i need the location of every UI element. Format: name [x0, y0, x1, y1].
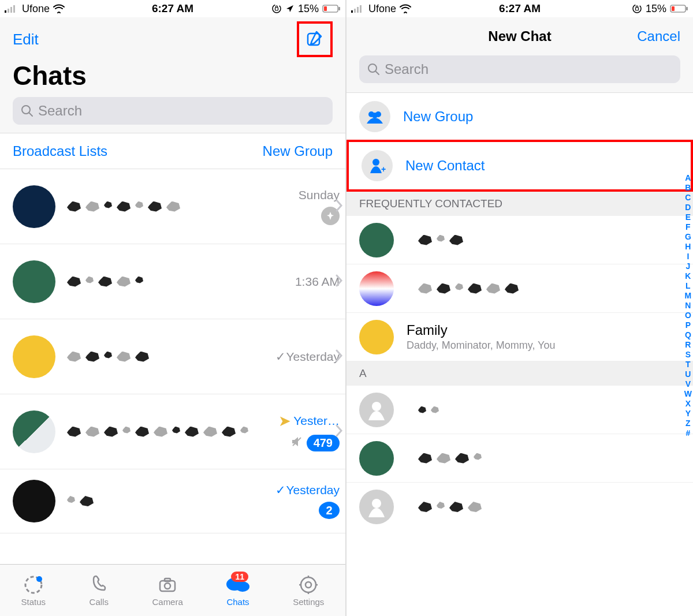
- tab-chats[interactable]: 11 Chats: [225, 574, 251, 607]
- contact-row[interactable]: [346, 216, 693, 264]
- chat-time: ✓Yesterday: [275, 483, 340, 497]
- alpha-index-letter[interactable]: P: [685, 320, 691, 330]
- battery-pct: 15%: [646, 3, 666, 15]
- new-group-row[interactable]: New Group: [346, 93, 693, 141]
- chats-screen: Ufone 6:27 AM 15% Edit: [0, 0, 346, 616]
- svg-rect-15: [160, 581, 175, 591]
- alpha-index-letter[interactable]: B: [685, 183, 691, 192]
- time-label: 6:27 AM: [152, 2, 193, 15]
- contact-row[interactable]: [346, 264, 693, 313]
- orientation-lock-icon: [271, 3, 282, 14]
- cancel-button[interactable]: Cancel: [637, 28, 680, 44]
- tab-calls[interactable]: Calls: [88, 574, 110, 607]
- location-arrow-icon: [285, 4, 295, 13]
- chat-time: Sunday: [299, 188, 340, 202]
- alpha-index-letter[interactable]: W: [684, 389, 692, 398]
- section-frequently-contacted: FREQUENTLY CONTACTED: [346, 192, 693, 216]
- edit-button[interactable]: Edit: [13, 31, 39, 48]
- tab-settings[interactable]: Settings: [293, 574, 324, 607]
- svg-point-21: [305, 582, 311, 588]
- alpha-index-letter[interactable]: V: [685, 379, 691, 389]
- chat-row[interactable]: ✓Yesterday: [0, 319, 345, 394]
- contact-row-family[interactable]: Family Daddy, Mominator, Mommy, You: [346, 313, 693, 361]
- alpha-index-letter[interactable]: Y: [685, 409, 691, 418]
- new-chat-screen: Ufone 6:27 AM 15% New Chat Cancel Search: [346, 0, 693, 616]
- alpha-index-letter[interactable]: G: [685, 232, 691, 241]
- alpha-index-letter[interactable]: U: [685, 369, 691, 379]
- tab-label: Settings: [293, 597, 324, 607]
- alpha-index-letter[interactable]: C: [685, 193, 691, 202]
- compose-icon[interactable]: [305, 28, 325, 50]
- svg-point-40: [372, 159, 379, 166]
- alpha-index-letter[interactable]: E: [685, 212, 691, 222]
- alpha-index-letter[interactable]: K: [685, 271, 691, 281]
- alpha-index-letter[interactable]: L: [685, 281, 691, 290]
- chat-list: Sunday 1:36 AM ✓Yesterday: [0, 169, 345, 533]
- svg-rect-1: [8, 9, 9, 13]
- group-icon: [359, 101, 390, 132]
- contact-name: Family: [407, 322, 555, 338]
- alpha-index-letter[interactable]: T: [685, 360, 691, 369]
- tab-label: Camera: [152, 597, 182, 607]
- status-bar-left: Ufone 6:27 AM 15%: [0, 0, 345, 17]
- alpha-index-letter[interactable]: A: [685, 173, 691, 182]
- alpha-index-letter[interactable]: S: [685, 350, 691, 359]
- sent-arrow-icon: ➤: [278, 412, 291, 430]
- wifi-icon: [53, 4, 65, 13]
- chevron-right-icon: [335, 424, 343, 440]
- new-contact-row[interactable]: + New Contact: [346, 140, 693, 192]
- alpha-index-letter[interactable]: Q: [685, 330, 691, 339]
- alpha-index[interactable]: ABCDEFGHIJKLMNOPQRSTUVWXYZ#: [684, 173, 692, 438]
- alpha-index-letter[interactable]: J: [685, 262, 690, 271]
- chat-row[interactable]: 1:36 AM: [0, 244, 345, 319]
- contact-row[interactable]: [346, 434, 693, 483]
- alpha-index-letter[interactable]: F: [685, 222, 691, 232]
- compose-highlight-box: [297, 21, 333, 57]
- svg-rect-2: [10, 7, 12, 13]
- alpha-index-letter[interactable]: R: [685, 340, 691, 349]
- search-icon: [367, 63, 380, 76]
- alpha-index-letter[interactable]: I: [687, 252, 689, 261]
- chevron-right-icon: [335, 349, 343, 365]
- contact-row[interactable]: [346, 386, 693, 434]
- alpha-index-letter[interactable]: D: [685, 203, 691, 212]
- avatar-placeholder-icon: [359, 490, 394, 524]
- svg-rect-3: [13, 5, 15, 13]
- avatar: [13, 260, 55, 303]
- contact-row[interactable]: [346, 483, 693, 531]
- chat-row[interactable]: ✓Yesterday 2: [0, 469, 345, 533]
- search-placeholder: Search: [385, 61, 429, 77]
- alpha-index-letter[interactable]: M: [685, 291, 692, 300]
- tab-status[interactable]: Status: [21, 574, 46, 607]
- alpha-index-letter[interactable]: H: [685, 242, 691, 251]
- chat-row[interactable]: ➤ Yester… 479: [0, 394, 345, 469]
- search-input[interactable]: Search: [359, 55, 680, 83]
- alpha-index-letter[interactable]: X: [685, 399, 691, 408]
- tab-camera[interactable]: Camera: [152, 574, 182, 607]
- svg-rect-34: [672, 6, 675, 11]
- chat-row[interactable]: Sunday: [0, 169, 345, 244]
- svg-point-16: [165, 583, 170, 589]
- broadcast-lists-link[interactable]: Broadcast Lists: [13, 143, 107, 159]
- svg-rect-0: [5, 10, 6, 13]
- svg-point-43: [372, 499, 381, 508]
- avatar: [359, 271, 394, 306]
- alpha-index-letter[interactable]: Z: [685, 419, 691, 428]
- time-label: 6:27 AM: [499, 2, 541, 15]
- alpha-index-letter[interactable]: O: [685, 311, 691, 320]
- alpha-index-letter[interactable]: N: [685, 301, 691, 310]
- broadcast-newgroup-row: Broadcast Lists New Group: [0, 133, 345, 169]
- page-title: New Chat: [488, 28, 551, 44]
- search-input[interactable]: Search: [13, 97, 333, 125]
- svg-line-11: [29, 113, 32, 116]
- section-a: A: [346, 361, 693, 386]
- svg-rect-29: [360, 5, 362, 13]
- chat-time: ✓Yesterday: [275, 350, 340, 364]
- svg-point-42: [372, 402, 381, 411]
- svg-rect-28: [357, 7, 359, 13]
- new-group-link[interactable]: New Group: [263, 143, 333, 159]
- svg-rect-5: [275, 8, 278, 10]
- avatar: [13, 335, 55, 378]
- new-group-label: New Group: [403, 109, 680, 125]
- alpha-index-letter[interactable]: #: [685, 428, 690, 438]
